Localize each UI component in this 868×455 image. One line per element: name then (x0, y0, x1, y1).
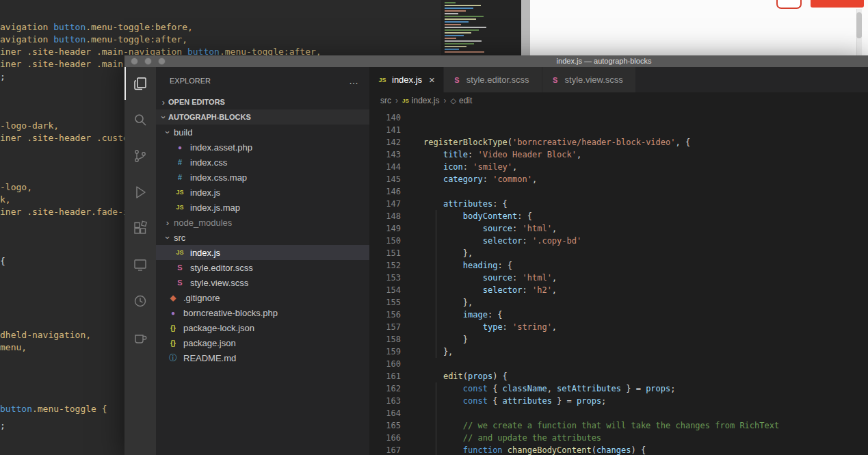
zoom-window-button[interactable] (158, 57, 166, 65)
tree-item-borncreative-blocks-php[interactable]: ● borncreative-blocks.php (156, 305, 369, 320)
screen: avigation button.menu-toggle:before,avig… (0, 0, 868, 455)
tree-item-label: src (174, 233, 185, 243)
line-number: 154 (369, 284, 401, 296)
tree-item-index-js-build[interactable]: JS index.js (156, 185, 369, 200)
code-line: 140 (369, 112, 868, 124)
css-file-icon: # (174, 158, 186, 166)
line-number: 155 (369, 296, 401, 309)
minimap-code-line (445, 49, 459, 50)
line-number: 152 (369, 259, 401, 272)
php-file-icon: ● (167, 309, 179, 317)
line-number: 157 (369, 321, 401, 333)
line-number: 165 (369, 419, 401, 432)
breadcrumb-edit[interactable]: edit (459, 96, 472, 105)
background-code-line: { (0, 256, 5, 267)
explorer-sidebar: EXPLORER … › OPEN EDITORS › AUTOGRAPH-BL… (156, 67, 369, 455)
search-icon[interactable] (124, 103, 156, 136)
code-line: 160 (369, 358, 868, 370)
scss-file-icon: S (451, 76, 463, 84)
minimap-code-line (445, 43, 474, 44)
remote-preview-icon[interactable] (124, 248, 156, 281)
tree-item-index-css-map[interactable]: # index.css.map (156, 170, 369, 185)
code-line: 165 // we create a function that will ta… (369, 419, 868, 432)
line-number: 158 (369, 333, 401, 346)
tab-style-editor-scss[interactable]: S style.editor.scss (444, 67, 542, 92)
tree-item-label: node_modules (174, 218, 232, 228)
tree-item-src[interactable]: › src (156, 230, 369, 245)
chevron-down-icon: › (159, 112, 169, 122)
info-file-icon: ⓘ (167, 352, 179, 364)
tree-item-style-editor-scss[interactable]: S style.editor.scss (156, 260, 369, 275)
tree-item-index-js-map[interactable]: JS index.js.map (156, 200, 369, 215)
close-icon[interactable]: × (428, 75, 436, 85)
line-number: 144 (369, 161, 401, 173)
line-number: 149 (369, 222, 401, 235)
js-file-icon: JS (376, 77, 389, 83)
workspace-root-section[interactable]: › AUTOGRAPH-BLOCKS (156, 109, 369, 125)
editor-group: JS index.js × S style.editor.scss S styl… (369, 67, 868, 455)
tree-item-index-js-src[interactable]: JS index.js (156, 245, 369, 260)
explorer-icon[interactable] (124, 67, 156, 100)
code-line: 154 selector: 'h2', (369, 284, 868, 296)
code-line: 145 category: 'common', (369, 173, 868, 185)
tree-item-node-modules[interactable]: › node_modules (156, 215, 369, 230)
tree-item-index-asset-php[interactable]: ● index.asset.php (156, 140, 369, 155)
line-number: 151 (369, 247, 401, 259)
minimap-code-line (445, 21, 469, 23)
mug-icon[interactable] (124, 321, 156, 354)
tab-bar: JS index.js × S style.editor.scss S styl… (369, 67, 868, 92)
tree-item-index-css[interactable]: # index.css (156, 155, 369, 170)
line-number: 163 (369, 395, 401, 407)
vscode-window: index.js — autograph-blocks (124, 55, 868, 455)
scrollbar-thumb[interactable] (856, 12, 862, 38)
minimap-code-line (445, 27, 486, 28)
minimap-code-line (445, 46, 466, 47)
tree-item-readme-md[interactable]: ⓘ README.md (156, 350, 369, 365)
breadcrumb-index-js[interactable]: index.js (412, 96, 440, 105)
more-actions-icon[interactable]: … (349, 75, 358, 86)
timeline-clock-icon[interactable] (124, 285, 156, 317)
background-window-top-right[interactable] (530, 0, 868, 55)
line-number: 164 (369, 407, 401, 419)
code-line: 151 }, (369, 247, 868, 259)
background-editor-minimap (441, 0, 521, 55)
minimap-code-line (445, 5, 481, 6)
indent-guide (436, 210, 436, 358)
tab-style-view-scss[interactable]: S style.view.scss (542, 67, 636, 92)
run-debug-icon[interactable] (124, 176, 156, 209)
background-scrollbar[interactable] (521, 0, 530, 55)
minimap-code-line (445, 40, 482, 42)
code-line: 146 (369, 185, 868, 198)
tree-item-package-lock-json[interactable]: {} package-lock.json (156, 320, 369, 335)
close-window-button[interactable] (131, 57, 138, 65)
code-line: 148 bodyContent: { (369, 210, 868, 222)
scss-file-icon: S (549, 76, 562, 84)
breadcrumb-src[interactable]: src (380, 96, 391, 105)
tab-index-js[interactable]: JS index.js × (369, 67, 444, 92)
code-line: 155 }, (369, 296, 868, 309)
tree-item-style-view-scss[interactable]: S style.view.scss (156, 275, 369, 290)
activity-bar (124, 67, 156, 455)
js-file-icon: JS (174, 189, 186, 196)
line-number: 140 (369, 112, 401, 124)
code-line: 149 source: 'html', (369, 222, 868, 235)
minimap-code-line (445, 18, 476, 20)
background-code-line: iner .site-header .main-n (0, 59, 134, 70)
tree-item-package-json[interactable]: {} package.json (156, 335, 369, 350)
titlebar[interactable]: index.js — autograph-blocks (124, 55, 868, 67)
tree-item-gitignore[interactable]: ◆ .gitignore (156, 290, 369, 305)
source-control-icon[interactable] (124, 140, 156, 172)
chevron-right-icon: › (443, 96, 446, 105)
tree-item-build[interactable]: › build (156, 125, 369, 140)
background-code-line: iner .site-header.fade-in (0, 207, 134, 218)
line-number: 145 (369, 173, 401, 185)
tree-item-label: index.js (190, 248, 220, 258)
open-editors-section[interactable]: › OPEN EDITORS (156, 94, 369, 109)
minimize-window-button[interactable] (144, 57, 152, 65)
red-outline-badge[interactable] (776, 0, 802, 9)
code-editor[interactable]: 140141142registerBlockType('borncreative… (369, 109, 868, 455)
red-button-fragment[interactable] (811, 0, 864, 8)
extensions-icon[interactable] (124, 212, 156, 245)
tree-item-label: index.css.map (190, 172, 247, 183)
line-number: 156 (369, 309, 401, 321)
